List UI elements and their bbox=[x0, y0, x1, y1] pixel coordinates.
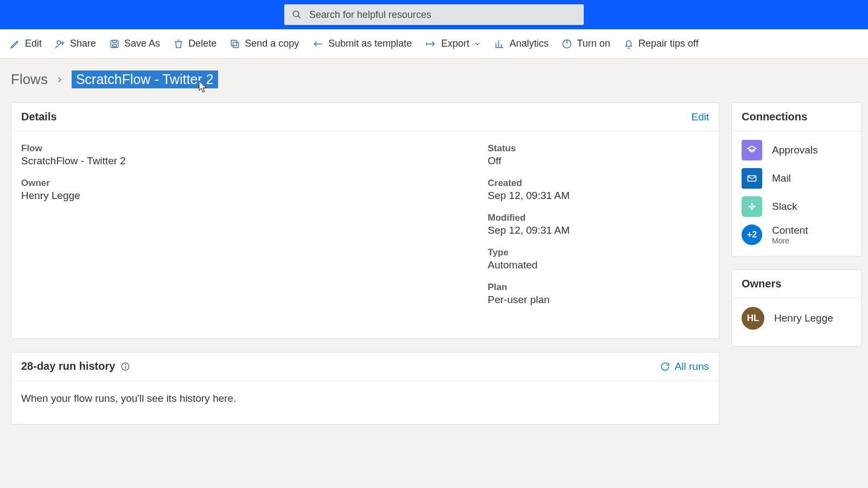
chevron-down-icon bbox=[474, 40, 481, 48]
flow-value: ScratchFlow - Twitter 2 bbox=[21, 155, 488, 167]
connections-card: Connections Approvals Mail bbox=[731, 102, 861, 256]
modified-value: Sep 12, 09:31 AM bbox=[488, 224, 709, 236]
approvals-icon bbox=[742, 140, 762, 160]
slack-icon bbox=[742, 196, 762, 217]
avatar: HL bbox=[742, 307, 764, 330]
submit-template-button[interactable]: Submit as template bbox=[312, 38, 412, 49]
status-label: Status bbox=[488, 143, 709, 154]
submit-label: Submit as template bbox=[328, 38, 412, 49]
connection-label: Mail bbox=[772, 172, 791, 184]
owner-label: Owner bbox=[21, 178, 488, 189]
status-field: Status Off bbox=[488, 143, 709, 167]
send-copy-label: Send a copy bbox=[245, 38, 299, 49]
search-input[interactable] bbox=[309, 9, 576, 21]
modified-label: Modified bbox=[488, 213, 709, 223]
details-edit-link[interactable]: Edit bbox=[691, 111, 709, 123]
connection-item[interactable]: Approvals bbox=[742, 140, 851, 160]
more-label: Content bbox=[772, 224, 808, 236]
search-box[interactable] bbox=[284, 4, 584, 25]
created-value: Sep 12, 09:31 AM bbox=[488, 190, 709, 202]
mail-icon bbox=[742, 168, 762, 189]
chevron-right-icon bbox=[55, 75, 64, 84]
turn-on-label: Turn on bbox=[577, 38, 610, 49]
svg-rect-14 bbox=[748, 206, 751, 208]
share-button[interactable]: Share bbox=[55, 38, 96, 49]
modified-field: Modified Sep 12, 09:31 AM bbox=[488, 213, 709, 236]
connection-item[interactable]: Slack bbox=[742, 196, 851, 217]
command-bar: Edit Share Save As Delete Send a copy Su… bbox=[0, 29, 868, 59]
send-copy-button[interactable]: Send a copy bbox=[229, 38, 299, 49]
refresh-icon bbox=[660, 361, 671, 372]
connection-more[interactable]: +2 Content More bbox=[742, 224, 851, 245]
breadcrumb-root[interactable]: Flows bbox=[11, 71, 48, 88]
more-sub: More bbox=[772, 236, 808, 245]
connection-item[interactable]: Mail bbox=[742, 168, 851, 189]
edit-label: Edit bbox=[25, 38, 42, 49]
share-label: Share bbox=[70, 38, 96, 49]
flow-label: Flow bbox=[21, 143, 488, 154]
edit-button[interactable]: Edit bbox=[10, 38, 42, 49]
runs-title: 28-day run history bbox=[21, 360, 115, 373]
plan-label: Plan bbox=[488, 282, 709, 293]
svg-rect-4 bbox=[113, 44, 117, 46]
analytics-button[interactable]: Analytics bbox=[494, 38, 548, 49]
all-runs-label: All runs bbox=[675, 361, 709, 373]
all-runs-link[interactable]: All runs bbox=[660, 361, 709, 373]
export-button[interactable]: Export bbox=[425, 38, 481, 49]
svg-rect-6 bbox=[231, 40, 237, 46]
search-icon bbox=[292, 10, 302, 20]
svg-rect-13 bbox=[751, 207, 753, 210]
run-history-card: 28-day run history All runs When your fl… bbox=[11, 352, 719, 425]
svg-rect-5 bbox=[233, 42, 239, 47]
info-icon[interactable] bbox=[120, 362, 130, 371]
share-icon bbox=[55, 38, 66, 49]
export-label: Export bbox=[441, 38, 469, 49]
status-value: Off bbox=[488, 155, 709, 167]
trash-icon bbox=[173, 38, 184, 49]
export-icon bbox=[425, 38, 437, 49]
svg-point-0 bbox=[293, 11, 299, 17]
breadcrumb-current: ScratchFlow - Twitter 2 bbox=[72, 70, 218, 88]
breadcrumb: Flows ScratchFlow - Twitter 2 bbox=[0, 59, 868, 102]
top-bar bbox=[0, 0, 868, 29]
connection-label: Slack bbox=[772, 201, 797, 213]
svg-point-2 bbox=[57, 41, 61, 44]
owner-item[interactable]: HL Henry Legge bbox=[742, 307, 851, 330]
bell-icon bbox=[623, 38, 634, 49]
submit-icon bbox=[312, 38, 324, 49]
details-title: Details bbox=[21, 111, 57, 123]
plan-field: Plan Per-user plan bbox=[488, 282, 709, 306]
runs-empty-text: When your flow runs, you'll see its hist… bbox=[11, 381, 719, 424]
owner-field: Owner Henry Legge bbox=[21, 178, 488, 202]
delete-label: Delete bbox=[188, 38, 216, 49]
plan-value: Per-user plan bbox=[488, 294, 709, 306]
flow-field: Flow ScratchFlow - Twitter 2 bbox=[21, 143, 488, 167]
pencil-icon bbox=[10, 38, 21, 49]
save-as-label: Save As bbox=[124, 38, 160, 49]
created-label: Created bbox=[488, 178, 709, 189]
connection-label: Approvals bbox=[772, 144, 818, 156]
save-as-button[interactable]: Save As bbox=[109, 38, 160, 49]
created-field: Created Sep 12, 09:31 AM bbox=[488, 178, 709, 202]
save-icon bbox=[109, 38, 120, 49]
copy-icon bbox=[229, 38, 240, 49]
delete-button[interactable]: Delete bbox=[173, 38, 216, 49]
type-field: Type Automated bbox=[488, 247, 709, 271]
type-value: Automated bbox=[488, 259, 709, 271]
svg-line-1 bbox=[298, 16, 301, 18]
owners-card: Owners HL Henry Legge bbox=[731, 269, 861, 346]
owner-name: Henry Legge bbox=[774, 312, 833, 324]
svg-rect-12 bbox=[751, 203, 753, 206]
svg-point-10 bbox=[125, 364, 126, 364]
repair-tips-button[interactable]: Repair tips off bbox=[623, 38, 699, 49]
svg-rect-15 bbox=[752, 206, 756, 208]
repair-label: Repair tips off bbox=[639, 38, 699, 49]
connections-title: Connections bbox=[742, 111, 807, 123]
type-label: Type bbox=[488, 247, 709, 258]
analytics-icon bbox=[494, 38, 505, 49]
owner-value: Henry Legge bbox=[21, 190, 488, 202]
turn-on-button[interactable]: Turn on bbox=[561, 38, 610, 49]
owners-title: Owners bbox=[742, 278, 781, 290]
more-badge-icon: +2 bbox=[742, 224, 762, 245]
analytics-label: Analytics bbox=[509, 38, 548, 49]
